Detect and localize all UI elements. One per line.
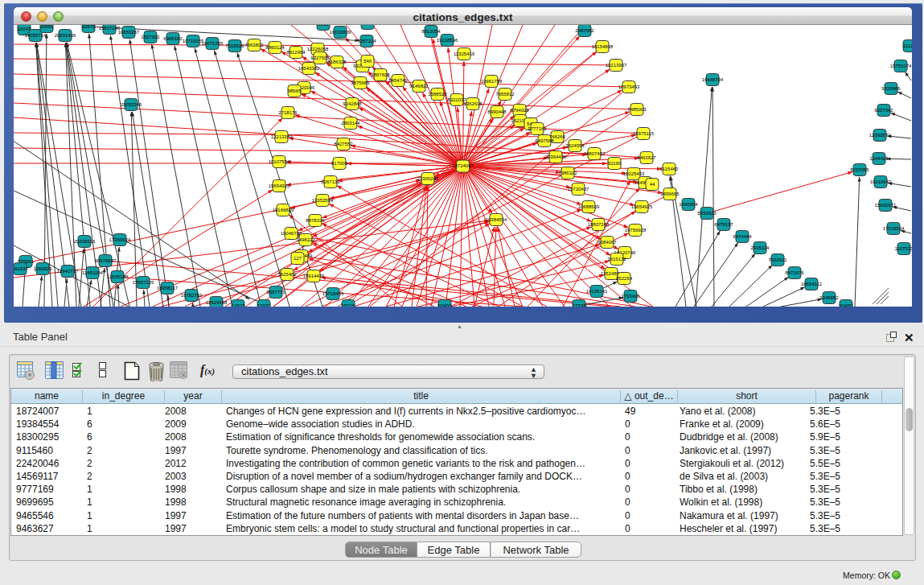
svg-text:18724007: 18724007 [452,163,474,168]
svg-text:12226058: 12226058 [307,47,329,51]
svg-text:8471676: 8471676 [785,270,804,275]
svg-text:15716465: 15716465 [322,291,344,296]
svg-text:127: 127 [294,256,302,261]
svg-text:23300245: 23300245 [417,176,439,181]
svg-text:7986322: 7986322 [558,171,577,175]
svg-text:1167533: 1167533 [895,246,912,251]
svg-text:7357224: 7357224 [357,39,376,43]
svg-text:11123: 11123 [903,43,912,48]
svg-text:19218: 19218 [361,25,375,26]
svg-text:9474444: 9474444 [733,234,752,239]
svg-text:10025453: 10025453 [623,171,645,176]
svg-text:12975115: 12975115 [633,131,655,136]
svg-text:92450: 92450 [438,303,452,307]
svg-text:7485003: 7485003 [627,107,647,112]
svg-text:9227342: 9227342 [874,108,893,113]
svg-text:10653267: 10653267 [118,30,140,35]
svg-text:9777169: 9777169 [528,126,547,131]
svg-text:12505185: 12505185 [107,274,129,279]
svg-text:17334: 17334 [573,303,586,307]
svg-text:10107554: 10107554 [269,159,290,164]
svg-text:8813: 8813 [318,25,329,27]
svg-text:9084067: 9084067 [598,240,617,245]
svg-text:1588520: 1588520 [428,92,447,97]
svg-text:12032: 12032 [257,303,271,307]
svg-text:9146821: 9146821 [409,84,429,89]
svg-text:7663822: 7663822 [244,43,264,47]
svg-text:8813054: 8813054 [421,29,441,34]
svg-text:98965: 98965 [288,89,302,93]
svg-text:17016504: 17016504 [883,226,905,231]
svg-text:8215955: 8215955 [850,167,869,172]
svg-text:10961758: 10961758 [481,79,503,84]
svg-text:7955812: 7955812 [495,92,515,97]
svg-text:3875685: 3875685 [351,80,370,85]
svg-text:15751074: 15751074 [890,64,912,68]
svg-text:8860124: 8860124 [265,45,285,50]
svg-text:6497568: 6497568 [535,138,554,143]
svg-text:12942737: 12942737 [57,269,79,274]
svg-text:817006: 817006 [331,161,348,166]
svg-text:16648794: 16648794 [702,77,724,82]
svg-text:8267130: 8267130 [321,179,340,184]
svg-text:1244415: 1244415 [869,156,889,161]
svg-text:15716: 15716 [342,303,355,307]
svg-text:44: 44 [650,182,655,187]
svg-text:62160: 62160 [608,161,622,166]
svg-text:19654925: 19654925 [269,183,290,188]
svg-text:16914479: 16914479 [303,274,325,278]
svg-text:9115460: 9115460 [660,167,680,171]
svg-text:20053346: 20053346 [121,102,142,107]
svg-text:12923: 12923 [232,303,245,307]
svg-text:10654112: 10654112 [801,282,823,286]
svg-text:20364436: 20364436 [545,154,567,159]
svg-text:12213389: 12213389 [271,134,293,139]
svg-text:19384554: 19384554 [486,217,507,222]
svg-text:16210643: 16210643 [870,179,892,184]
svg-text:2687682: 2687682 [575,28,594,33]
svg-text:14055714: 14055714 [25,33,47,38]
svg-text:90975687: 90975687 [95,258,117,263]
svg-text:7625402: 7625402 [277,272,297,277]
svg-text:3624554: 3624554 [565,143,585,148]
svg-text:8427552: 8427552 [334,142,353,146]
svg-text:9245652: 9245652 [819,295,839,300]
svg-text:19218596: 19218596 [437,38,458,43]
svg-text:6794028: 6794028 [510,108,529,113]
svg-text:7515526: 7515526 [225,43,244,48]
svg-text:11325419: 11325419 [454,51,475,56]
svg-text:15692971: 15692971 [875,203,897,208]
svg-text:8878334: 8878334 [306,218,325,223]
svg-text:1498222: 1498222 [296,237,315,242]
svg-text:17359924: 17359924 [109,237,131,242]
svg-text:11451194: 11451194 [82,270,103,275]
svg-text:92450: 92450 [840,303,853,307]
svg-text:6479197: 6479197 [714,222,733,227]
svg-text:2935114: 2935114 [751,245,770,250]
svg-text:19166829: 19166829 [273,208,294,212]
svg-text:8990448: 8990448 [487,109,507,114]
svg-text:9463627: 9463627 [637,155,656,160]
svg-text:12923468: 12923468 [206,300,228,305]
svg-text:9657771: 9657771 [266,290,285,295]
svg-text:18807249: 18807249 [588,222,610,227]
svg-text:14136141: 14136141 [586,289,608,294]
svg-text:1527602: 1527602 [141,35,160,39]
svg-text:7632621: 7632621 [768,257,787,262]
svg-text:16782759: 16782759 [181,293,203,298]
svg-text:15720407: 15720407 [568,187,589,192]
svg-text:16154808: 16154808 [592,44,614,49]
svg-text:17957225: 17957225 [133,280,154,285]
svg-text:16543382: 16543382 [298,66,320,71]
svg-text:252254: 252254 [616,276,633,281]
svg-text:8912954: 8912954 [286,50,306,55]
svg-text:2803144: 2803144 [341,121,360,126]
svg-text:10807487: 10807487 [584,151,606,156]
svg-text:20691: 20691 [40,25,54,29]
svg-text:1156829: 1156829 [34,266,53,271]
svg-text:546: 546 [363,59,372,64]
svg-text:991537: 991537 [14,266,29,271]
svg-text:9329966: 9329966 [881,86,901,91]
svg-text:16033809: 16033809 [330,30,351,35]
svg-text:2867608: 2867608 [371,72,390,77]
